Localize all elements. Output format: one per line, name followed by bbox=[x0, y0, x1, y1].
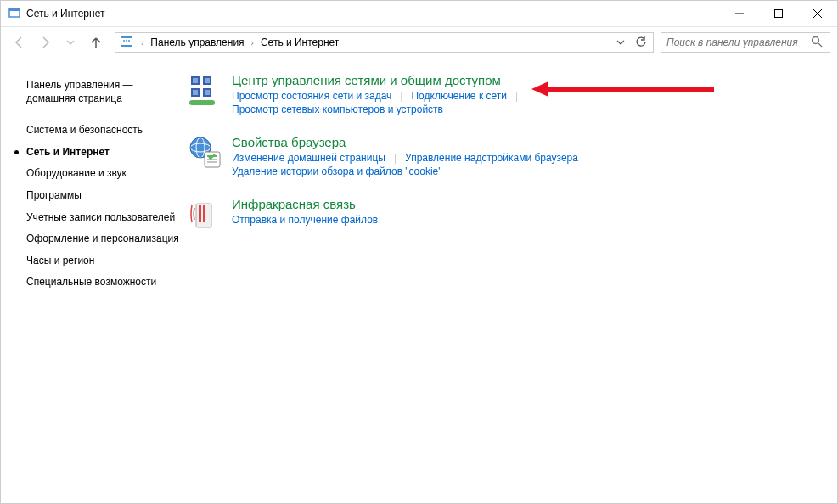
address-dropdown[interactable] bbox=[612, 34, 629, 51]
category-link[interactable]: Отправка и получение файлов bbox=[232, 213, 378, 227]
svg-point-9 bbox=[126, 40, 127, 42]
up-button[interactable] bbox=[84, 31, 108, 54]
link-separator: | bbox=[394, 152, 397, 164]
category-link[interactable]: Подключение к сети bbox=[411, 89, 506, 103]
breadcrumb-item[interactable]: Сеть и Интернет bbox=[257, 35, 342, 50]
sidebar-item-appearance[interactable]: Оформление и персонализация bbox=[26, 228, 179, 250]
minimize-button[interactable] bbox=[720, 1, 759, 26]
svg-rect-33 bbox=[199, 205, 201, 222]
svg-rect-34 bbox=[203, 205, 205, 222]
main-content: Центр управления сетями и общим доступом… bbox=[179, 58, 837, 503]
sidebar-item-accessibility[interactable]: Специальные возможности bbox=[26, 272, 179, 294]
category-browser: Свойства браузера Изменение домашней стр… bbox=[188, 135, 829, 178]
search-input[interactable] bbox=[666, 36, 811, 48]
control-panel-icon bbox=[119, 34, 136, 51]
category-link[interactable]: Изменение домашней страницы bbox=[232, 151, 385, 165]
search-box[interactable] bbox=[661, 32, 830, 53]
window-title: Сеть и Интернет bbox=[26, 8, 104, 20]
category-link[interactable]: Просмотр состояния сети и задач bbox=[232, 89, 391, 103]
maximize-button[interactable] bbox=[759, 1, 798, 26]
category-infrared: Инфракрасная связь Отправка и получение … bbox=[188, 197, 829, 232]
close-button[interactable] bbox=[798, 1, 837, 26]
link-separator: | bbox=[400, 90, 402, 102]
category-title[interactable]: Свойства браузера bbox=[232, 135, 829, 149]
svg-point-8 bbox=[123, 40, 125, 42]
forward-button[interactable] bbox=[33, 31, 57, 54]
svg-rect-20 bbox=[205, 90, 210, 95]
category-title[interactable]: Инфракрасная связь bbox=[232, 197, 829, 211]
sidebar-item-accounts[interactable]: Учетные записи пользователей bbox=[26, 207, 179, 229]
sidebar-home[interactable]: Панель управления — домашняя страница bbox=[26, 75, 179, 109]
chevron-right-icon[interactable]: › bbox=[250, 38, 256, 48]
sidebar-item-network[interactable]: Сеть и Интернет bbox=[26, 142, 179, 164]
svg-line-12 bbox=[818, 43, 822, 47]
link-separator: | bbox=[515, 90, 518, 102]
category-network-center: Центр управления сетями и общим доступом… bbox=[188, 73, 829, 116]
sidebar-item-system[interactable]: Система и безопасность bbox=[26, 120, 179, 142]
link-separator: | bbox=[587, 152, 589, 164]
svg-rect-17 bbox=[193, 78, 198, 83]
svg-rect-19 bbox=[193, 90, 198, 95]
category-link[interactable]: Просмотр сетевых компьютеров и устройств bbox=[232, 103, 443, 116]
sidebar-item-hardware[interactable]: Оборудование и звук bbox=[26, 163, 179, 185]
svg-rect-3 bbox=[775, 10, 783, 18]
sidebar-item-programs[interactable]: Программы bbox=[26, 185, 179, 207]
browser-icon bbox=[188, 135, 223, 171]
address-bar[interactable]: › Панель управления › Сеть и Интернет bbox=[115, 32, 654, 53]
category-link[interactable]: Удаление истории обзора и файлов "cookie… bbox=[232, 165, 442, 178]
svg-point-11 bbox=[813, 36, 819, 43]
category-title[interactable]: Центр управления сетями и общим доступом bbox=[232, 73, 829, 87]
infrared-icon bbox=[188, 197, 223, 232]
sidebar: Панель управления — домашняя страница Си… bbox=[1, 58, 179, 503]
back-button[interactable] bbox=[8, 31, 31, 54]
refresh-button[interactable] bbox=[633, 34, 650, 51]
sidebar-item-clock[interactable]: Часы и регион bbox=[26, 250, 179, 272]
breadcrumb-item[interactable]: Панель управления bbox=[147, 35, 247, 50]
window-icon bbox=[8, 6, 21, 22]
breadcrumb: › Панель управления › Сеть и Интернет bbox=[139, 35, 609, 50]
svg-point-10 bbox=[128, 40, 130, 42]
recent-dropdown[interactable] bbox=[59, 31, 82, 54]
chevron-right-icon[interactable]: › bbox=[139, 38, 145, 48]
search-icon[interactable] bbox=[811, 36, 824, 50]
network-center-icon bbox=[188, 73, 223, 109]
svg-rect-21 bbox=[189, 100, 215, 105]
svg-rect-18 bbox=[205, 78, 210, 83]
category-link[interactable]: Управление надстройками браузера bbox=[405, 151, 578, 165]
svg-rect-1 bbox=[9, 8, 20, 11]
